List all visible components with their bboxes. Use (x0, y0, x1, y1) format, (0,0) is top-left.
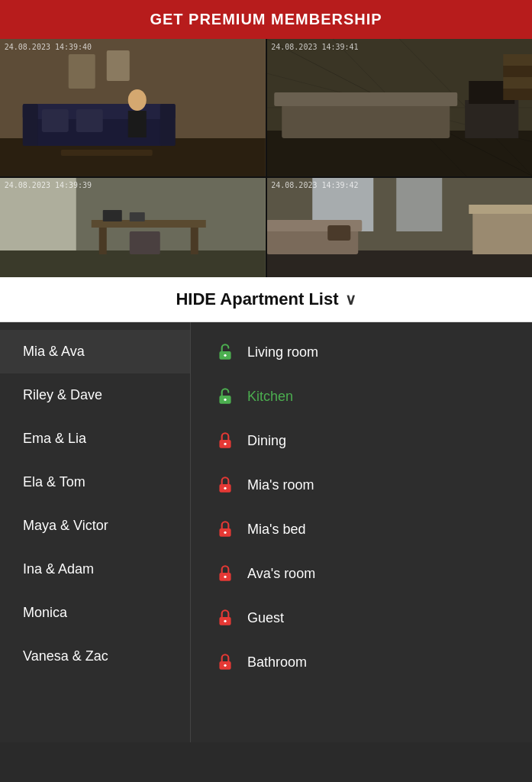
apartment-item-mia-ava[interactable]: Mia & Ava (0, 330, 190, 373)
room-item-mias-bed[interactable]: Mia's bed (191, 507, 532, 551)
camera-cell-1[interactable]: 24.08.2023 14:39:40 (0, 39, 266, 176)
svg-point-58 (224, 487, 226, 490)
svg-rect-24 (465, 100, 518, 138)
svg-point-56 (224, 443, 226, 445)
svg-rect-48 (472, 208, 532, 254)
svg-rect-37 (130, 231, 160, 254)
svg-point-52 (224, 354, 226, 357)
room-label-avas-room: Ava's room (247, 566, 315, 582)
camera-cell-3[interactable]: 24.08.2023 14:39:39 (0, 178, 266, 277)
svg-point-62 (224, 576, 226, 578)
svg-rect-36 (191, 228, 198, 254)
svg-rect-23 (274, 92, 457, 106)
svg-rect-43 (396, 178, 442, 231)
room-list: Living room Kitchen Dining (191, 322, 532, 742)
lock-icon-bathroom (214, 651, 237, 674)
room-item-kitchen[interactable]: Kitchen (191, 374, 532, 418)
svg-rect-27 (503, 66, 532, 77)
chevron-down-icon: ∨ (345, 290, 356, 309)
lock-icon-dining (214, 429, 237, 452)
lock-icon-mias-bed (214, 518, 237, 541)
apartment-item-monica[interactable]: Monica (0, 591, 190, 635)
camera-grid: 24.08.2023 14:39:40 (0, 39, 532, 277)
hide-apt-label: HIDE Apartment List (176, 289, 338, 309)
lock-icon-mias-room (214, 473, 237, 496)
svg-point-54 (224, 399, 226, 401)
room-item-dining[interactable]: Dining (191, 418, 532, 463)
svg-point-12 (128, 89, 147, 111)
svg-rect-28 (503, 77, 532, 89)
room-label-living: Living room (247, 344, 318, 360)
svg-text:24.08.2023 14:39:41: 24.08.2023 14:39:41 (271, 43, 358, 51)
camera-cell-4[interactable]: 24.08.2023 14:39:42 (267, 178, 533, 277)
svg-text:24.08.2023 14:39:40: 24.08.2023 14:39:40 (5, 43, 92, 51)
svg-rect-11 (107, 50, 130, 81)
svg-rect-29 (503, 89, 532, 100)
svg-rect-49 (469, 205, 532, 214)
svg-point-64 (224, 620, 226, 622)
room-item-living[interactable]: Living room (191, 330, 532, 374)
premium-banner-label: GET PREMIUM MEMBERSHIP (150, 11, 382, 27)
room-label-guest: Guest (247, 610, 284, 626)
svg-text:24.08.2023 14:39:39: 24.08.2023 14:39:39 (5, 181, 92, 189)
premium-banner[interactable]: GET PREMIUM MEMBERSHIP (0, 0, 532, 39)
svg-rect-39 (130, 212, 145, 221)
apartment-item-vanesa-zac[interactable]: Vanesa & Zac (0, 635, 190, 678)
svg-rect-8 (76, 109, 103, 132)
svg-point-60 (224, 532, 226, 534)
lock-icon-guest (214, 606, 237, 629)
room-label-bathroom: Bathroom (247, 654, 307, 671)
svg-rect-33 (0, 250, 266, 277)
apartment-item-riley-dave[interactable]: Riley & Dave (0, 373, 190, 417)
svg-text:24.08.2023 14:39:42: 24.08.2023 14:39:42 (271, 181, 358, 189)
room-item-mias-room[interactable]: Mia's room (191, 463, 532, 507)
svg-rect-5 (23, 104, 38, 146)
room-item-avas-room[interactable]: Ava's room (191, 551, 532, 596)
hide-apartment-list-button[interactable]: HIDE Apartment List ∨ (0, 277, 532, 322)
lock-icon-avas-room (214, 562, 237, 585)
unlock-icon-kitchen (214, 385, 237, 408)
svg-rect-13 (128, 111, 147, 137)
svg-rect-35 (99, 228, 107, 254)
room-label-dining: Dining (247, 433, 286, 449)
svg-rect-38 (103, 210, 122, 221)
room-label-mias-room: Mia's room (247, 477, 314, 493)
room-item-guest[interactable]: Guest (191, 596, 532, 640)
room-label-mias-bed: Mia's bed (247, 522, 305, 538)
apartment-item-ina-adam[interactable]: Ina & Adam (0, 548, 190, 591)
apartment-item-ela-tom[interactable]: Ela & Tom (0, 460, 190, 504)
room-label-kitchen: Kitchen (247, 389, 293, 405)
unlock-icon (214, 341, 237, 364)
svg-point-66 (224, 664, 226, 667)
svg-rect-9 (61, 150, 153, 156)
svg-rect-6 (160, 104, 176, 146)
apartment-list-container: Mia & Ava Riley & Dave Ema & Lia Ela & T… (0, 322, 532, 742)
svg-rect-7 (42, 109, 69, 132)
camera-cell-2[interactable]: 24.08.2023 14:39:41 (267, 39, 533, 176)
apartment-names-list: Mia & Ava Riley & Dave Ema & Lia Ela & T… (0, 322, 191, 742)
svg-rect-26 (503, 54, 532, 66)
svg-rect-47 (327, 225, 350, 241)
room-item-bathroom[interactable]: Bathroom (191, 640, 532, 684)
apartment-item-maya-victor[interactable]: Maya & Victor (0, 504, 190, 548)
svg-rect-10 (69, 54, 95, 89)
apartment-item-ema-lia[interactable]: Ema & Lia (0, 417, 190, 460)
svg-rect-44 (267, 250, 533, 277)
